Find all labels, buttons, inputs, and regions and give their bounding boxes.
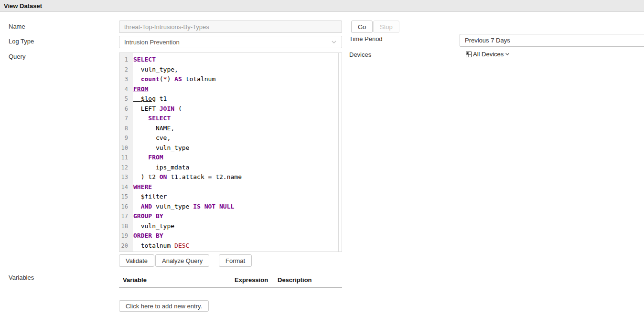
variables-label: Variables: [9, 274, 34, 281]
code-line: 11 FROM: [119, 153, 342, 163]
column-header-expression: Expression: [235, 276, 268, 284]
validate-button[interactable]: Validate: [119, 254, 154, 267]
code-line: 19ORDER BY: [119, 231, 342, 241]
devices-icon: [466, 52, 472, 57]
devices-value: All Devices: [473, 51, 504, 58]
devices-dropdown[interactable]: All Devices: [466, 51, 510, 58]
code-line: 17GROUP BY: [119, 211, 342, 221]
code-line: 4FROM: [119, 84, 342, 94]
code-line: 5 $log t1: [119, 94, 342, 104]
log-type-value: Intrusion Prevention: [124, 39, 180, 46]
log-type-label: Log Type: [9, 38, 34, 45]
code-line: 16 AND vuln_type IS NOT NULL: [119, 202, 342, 212]
code-line: 13 ) t2 ON t1.attack = t2.name: [119, 172, 342, 182]
page-title: View Dataset: [0, 0, 644, 12]
go-button[interactable]: Go: [351, 21, 373, 33]
log-type-select[interactable]: Intrusion Prevention: [119, 36, 342, 48]
devices-label: Devices: [349, 51, 371, 58]
time-period-input[interactable]: [460, 34, 644, 47]
code-line: 7 SELECT: [119, 114, 342, 124]
name-input[interactable]: [119, 21, 342, 33]
stop-button[interactable]: Stop: [373, 21, 399, 33]
name-label: Name: [9, 23, 25, 30]
header-bar: View Dataset: [0, 0, 644, 12]
chevron-down-icon: [505, 52, 510, 56]
code-line: 6 LEFT JOIN (: [119, 104, 342, 114]
code-line: 14WHERE: [119, 182, 342, 192]
query-label: Query: [9, 53, 25, 60]
code-line: 18 vuln_type: [119, 221, 342, 231]
column-header-description: Description: [278, 276, 312, 284]
column-header-variable: Variable: [123, 276, 147, 284]
analyze-query-button[interactable]: Analyze Query: [155, 254, 209, 267]
add-entry-button[interactable]: Click here to add new entry.: [119, 300, 209, 312]
code-line: 12 ips_mdata: [119, 163, 342, 173]
editor-scrollbar[interactable]: [338, 53, 339, 252]
format-button[interactable]: Format: [219, 254, 252, 267]
query-editor-lines: 1SELECT2 vuln_type,3 count(*) AS totalnu…: [119, 55, 342, 251]
code-line: 3 count(*) AS totalnum: [119, 74, 342, 84]
code-line: 20 totalnum DESC: [119, 241, 342, 251]
query-editor[interactable]: 1SELECT2 vuln_type,3 count(*) AS totalnu…: [119, 52, 342, 252]
time-period-label: Time Period: [349, 35, 383, 42]
code-line: 8 NAME,: [119, 124, 342, 134]
table-header-divider: [119, 287, 342, 288]
chevron-down-icon: [331, 40, 337, 44]
code-line: 9 cve,: [119, 133, 342, 143]
code-line: 2 vuln_type,: [119, 65, 342, 75]
code-line: 10 vuln_type: [119, 143, 342, 153]
code-line: 15 $filter: [119, 192, 342, 202]
code-line: 1SELECT: [119, 55, 342, 65]
